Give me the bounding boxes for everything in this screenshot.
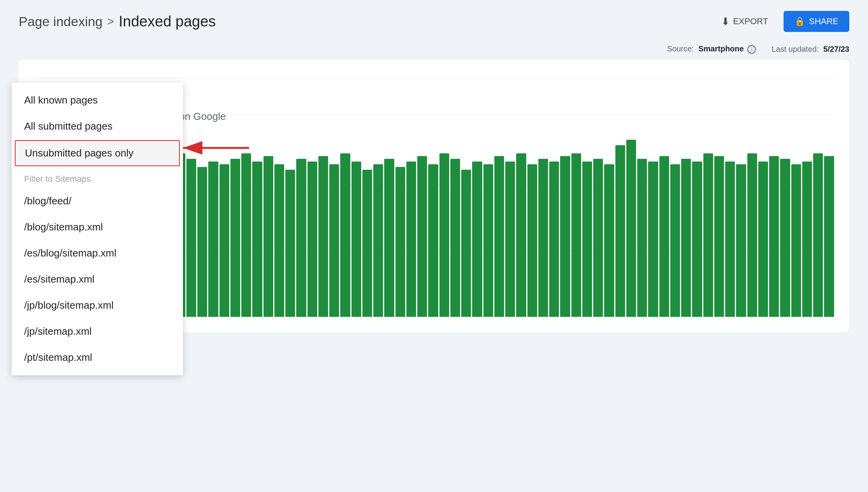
bar-14 [220, 164, 229, 317]
sitemap-item-6[interactable]: /pt/sitemap.xml [12, 344, 183, 371]
filter-sitemaps-label: Filter to Sitemaps [12, 167, 183, 188]
bar-56 [681, 159, 691, 317]
share-label: SHARE [809, 16, 838, 26]
bar-52 [637, 159, 647, 317]
dropdown-item-unsubmitted[interactable]: Unsubmitted pages only [15, 140, 180, 166]
bar-35 [450, 159, 460, 317]
bar-41 [516, 153, 526, 317]
bar-16 [241, 153, 251, 317]
bar-53 [648, 162, 658, 317]
page-header: Page indexing > Indexed pages ⬇ EXPORT 🔒… [0, 0, 868, 40]
header-actions: ⬇ EXPORT 🔒 SHARE [715, 11, 849, 32]
arrow-annotation [175, 136, 253, 161]
bar-28 [373, 164, 383, 317]
bar-13 [208, 162, 218, 317]
bar-44 [549, 162, 559, 317]
bar-63 [758, 162, 768, 317]
bar-17 [252, 162, 262, 317]
bar-27 [362, 170, 372, 317]
bar-51 [626, 140, 636, 317]
sitemap-item-4[interactable]: /jp/blog/sitemap.xml [12, 292, 183, 318]
bar-34 [439, 153, 449, 317]
meta-bar: Source: Smartphone i Last updated: 5/27/… [19, 40, 849, 60]
dropdown-item-all-known[interactable]: All known pages [12, 87, 183, 113]
bar-30 [395, 167, 405, 317]
bar-39 [494, 156, 504, 317]
bar-12 [197, 167, 207, 317]
breadcrumb-separator: > [107, 15, 114, 28]
bar-26 [351, 162, 361, 317]
info-icon[interactable]: i [747, 45, 756, 54]
bar-55 [670, 164, 680, 317]
bar-64 [769, 156, 779, 317]
sitemap-item-5[interactable]: /jp/sitemap.xml [12, 318, 183, 344]
last-updated-text: Last updated: 5/27/23 [771, 45, 849, 54]
sitemap-item-0[interactable]: /blog/feed/ [12, 188, 183, 214]
bar-31 [406, 162, 416, 317]
bar-54 [659, 156, 669, 317]
breadcrumb: Page indexing > Indexed pages [19, 13, 216, 30]
dropdown-item-all-submitted[interactable]: All submitted pages [12, 113, 183, 139]
bar-40 [505, 162, 515, 317]
sitemap-item-3[interactable]: /es/sitemap.xml [12, 266, 183, 292]
sitemap-item-2[interactable]: /es/blog/sitemap.xml [12, 240, 183, 266]
export-label: EXPORT [733, 16, 768, 26]
bar-57 [692, 162, 702, 317]
bar-20 [285, 170, 295, 317]
bar-61 [736, 164, 746, 317]
share-button[interactable]: 🔒 SHARE [784, 11, 849, 32]
download-icon: ⬇ [721, 16, 730, 28]
bar-46 [571, 153, 581, 317]
bar-36 [461, 170, 471, 317]
chart-divider-top [34, 78, 834, 78]
bar-49 [604, 164, 614, 317]
bar-58 [703, 153, 713, 317]
bar-11 [186, 159, 196, 317]
bar-67 [802, 162, 812, 317]
bar-25 [340, 153, 350, 317]
export-button[interactable]: ⬇ EXPORT [715, 12, 774, 31]
dropdown-menu: All known pages All submitted pages Unsu… [12, 83, 183, 375]
bar-15 [230, 159, 240, 317]
bar-21 [296, 159, 306, 317]
bar-50 [615, 145, 625, 317]
bar-33 [428, 164, 438, 317]
bar-65 [780, 159, 790, 317]
bar-59 [714, 156, 724, 317]
bar-32 [417, 156, 427, 317]
bar-69 [824, 156, 834, 317]
bar-66 [791, 164, 801, 317]
bar-42 [527, 164, 537, 317]
bar-24 [329, 164, 339, 317]
sitemap-item-1[interactable]: /blog/sitemap.xml [12, 214, 183, 240]
bar-48 [593, 159, 603, 317]
bar-22 [307, 162, 317, 317]
bar-19 [274, 164, 284, 317]
bar-68 [813, 153, 823, 317]
bar-38 [483, 164, 493, 317]
bar-45 [560, 156, 570, 317]
bar-29 [384, 159, 394, 317]
bar-18 [264, 156, 273, 317]
bar-60 [725, 162, 735, 317]
bar-47 [582, 162, 592, 317]
lock-icon: 🔒 [794, 16, 805, 26]
main-content: Source: Smartphone i Last updated: 5/27/… [0, 40, 868, 332]
breadcrumb-parent[interactable]: Page indexing [19, 14, 103, 29]
bar-37 [472, 162, 482, 317]
breadcrumb-current: Indexed pages [119, 13, 216, 30]
bar-23 [318, 156, 328, 317]
bar-62 [747, 153, 757, 317]
source-text: Source: Smartphone i [667, 44, 756, 54]
bar-43 [538, 159, 548, 317]
